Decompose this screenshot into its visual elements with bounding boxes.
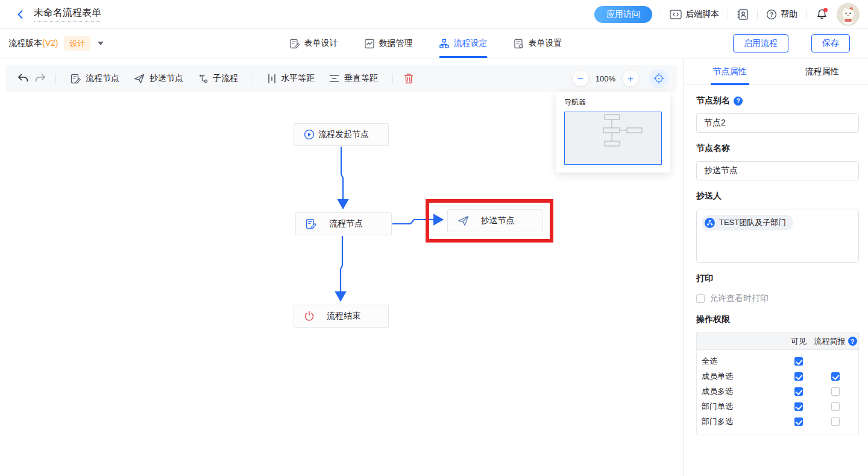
backend-script-label: 后端脚本 [685, 9, 719, 20]
power-icon [304, 311, 315, 322]
brief-checkbox[interactable] [831, 372, 840, 381]
node-label: 流程节点 [316, 218, 391, 229]
user-avatar[interactable] [837, 3, 860, 26]
flow-version-label: 流程版本(V2) [8, 38, 58, 49]
form-design-icon [289, 39, 300, 49]
divider [253, 74, 253, 83]
back-icon[interactable] [13, 7, 28, 22]
brief-checkbox[interactable] [831, 387, 840, 396]
visible-checkbox[interactable] [794, 357, 803, 366]
add-cc-node-button[interactable]: 抄送节点 [134, 73, 183, 84]
sub-header: 流程版本(V2) 设计 表单设计 数据管理 流程设定 表单设置 启用流程 保存 [0, 29, 868, 59]
navigator-minimap[interactable] [564, 112, 662, 165]
divider [661, 10, 661, 19]
tab-label: 表单设计 [304, 38, 338, 49]
enable-flow-button[interactable]: 启用流程 [733, 34, 788, 52]
tab-node-properties[interactable]: 节点属性 [684, 59, 776, 84]
delete-node-button[interactable] [400, 70, 417, 87]
properties-panel: 节点属性 流程属性 节点别名 ? 节点名称 抄送人 TEST团队及 [683, 59, 868, 476]
save-button[interactable]: 保存 [811, 34, 850, 52]
horizontal-distribute-button[interactable]: 水平等距 [268, 73, 315, 84]
visible-checkbox[interactable] [794, 417, 803, 426]
tab-form-settings[interactable]: 表单设置 [514, 29, 562, 58]
department-icon [705, 218, 715, 228]
version-dropdown-caret[interactable] [98, 42, 104, 45]
zoom-in-button[interactable]: + [623, 71, 638, 86]
visible-checkbox[interactable] [794, 402, 803, 411]
code-icon [670, 10, 682, 19]
vertical-spacing-icon [329, 74, 339, 83]
brief-checkbox[interactable] [831, 417, 840, 426]
flow-node-cc[interactable]: 抄送节点 [447, 209, 542, 232]
tab-flow-properties[interactable]: 流程属性 [776, 59, 868, 84]
permission-row: 成员多选 [697, 384, 858, 399]
paper-plane-icon [134, 74, 145, 84]
allow-print-checkbox-row[interactable]: 允许查看时打印 [696, 293, 859, 304]
help-icon[interactable]: ? [848, 337, 857, 346]
undo-button[interactable] [14, 70, 31, 87]
print-label: 打印 [696, 273, 859, 284]
node-label: 流程结束 [315, 311, 388, 322]
backend-script-button[interactable]: 后端脚本 [670, 9, 719, 20]
cc-tag-label: TEST团队及子部门 [719, 217, 786, 228]
allow-print-label: 允许查看时打印 [709, 293, 769, 304]
node-name-label: 节点名称 [696, 143, 859, 154]
flow-node-start[interactable]: 流程发起节点 [294, 123, 389, 146]
allow-print-checkbox[interactable] [696, 294, 705, 303]
page-title[interactable]: 未命名流程表单 [34, 7, 101, 22]
design-badge: 设计 [64, 36, 90, 51]
flow-node-icon [71, 74, 81, 84]
zoom-out-button[interactable]: − [573, 71, 588, 86]
divider [757, 10, 758, 19]
col-brief-header: 流程简报 ? [813, 336, 858, 347]
version-number: (V2) [42, 38, 58, 48]
help-button[interactable]: ? 帮助 [766, 9, 797, 20]
node-name-input[interactable] [696, 161, 859, 180]
cc-recipient-tag[interactable]: TEST团队及子部门 [702, 215, 793, 230]
add-subflow-button[interactable]: 子流程 [198, 73, 238, 84]
help-label: 帮助 [781, 9, 797, 20]
cc-node-label: 抄送节点 [149, 73, 183, 84]
visible-checkbox[interactable] [794, 387, 803, 396]
navigator-title: 导航器 [564, 97, 662, 107]
divider [55, 74, 56, 83]
operation-permission-label: 操作权限 [696, 314, 859, 325]
data-chart-icon [364, 39, 374, 49]
tab-data-management[interactable]: 数据管理 [364, 29, 412, 58]
node-label: 流程发起节点 [315, 129, 388, 140]
subflow-icon [198, 74, 208, 84]
permission-row: 全选 [697, 354, 858, 369]
canvas-toolbar: 流程节点 抄送节点 子流程 水平等距 垂直等距 [6, 65, 677, 92]
tab-label: 数据管理 [379, 38, 412, 49]
flow-canvas[interactable]: 流程节点 抄送节点 子流程 水平等距 垂直等距 [0, 59, 683, 476]
trash-icon [404, 73, 414, 84]
flow-setting-icon [439, 39, 449, 49]
col-visible-header: 可见 [785, 336, 813, 347]
flow-node-process[interactable]: 流程节点 [295, 212, 392, 235]
notification-bell-icon[interactable] [815, 8, 828, 21]
svg-text:?: ? [770, 11, 773, 17]
permission-row: 部门单选 [697, 399, 858, 414]
permission-table: 可见 流程简报 ? 全选 成员单选 [696, 332, 859, 434]
tab-form-design[interactable]: 表单设计 [289, 29, 338, 58]
visible-checkbox[interactable] [794, 372, 803, 381]
locate-button[interactable] [649, 69, 668, 88]
cc-recipients-box[interactable]: TEST团队及子部门 [696, 209, 859, 263]
flow-node-label: 流程节点 [86, 73, 119, 84]
tab-label: 流程设定 [453, 38, 487, 49]
permission-table-header: 可见 流程简报 ? [697, 333, 858, 350]
tab-flow-setting[interactable]: 流程设定 [439, 29, 487, 58]
subflow-label: 子流程 [213, 73, 238, 84]
redo-button[interactable] [31, 70, 48, 87]
vertical-distribute-button[interactable]: 垂直等距 [329, 73, 378, 84]
app-access-button[interactable]: 应用访问 [594, 6, 652, 23]
brief-checkbox[interactable] [831, 402, 840, 411]
node-alias-input[interactable] [696, 113, 859, 133]
play-circle-icon [304, 129, 315, 140]
flow-node-end[interactable]: 流程结束 [294, 305, 389, 328]
help-icon[interactable]: ? [734, 97, 743, 106]
add-flow-node-button[interactable]: 流程节点 [71, 73, 119, 84]
zoom-level: 100% [596, 74, 615, 83]
contacts-button[interactable] [737, 9, 749, 20]
node-label: 抄送节点 [469, 215, 542, 226]
